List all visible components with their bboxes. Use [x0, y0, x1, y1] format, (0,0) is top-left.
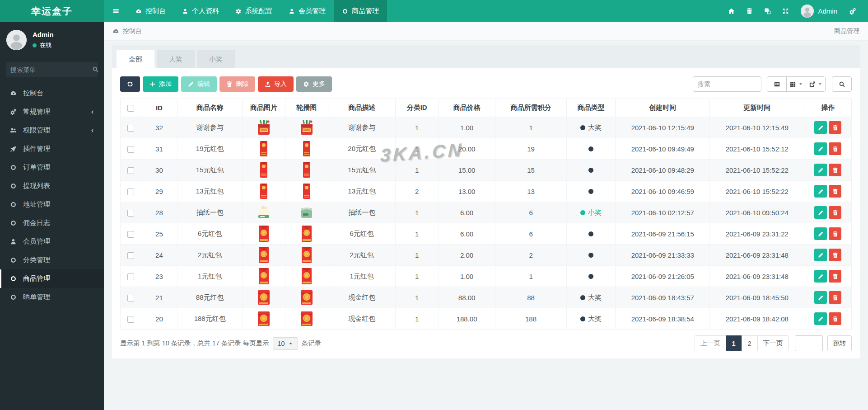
column-header-商品图片[interactable]: 商品图片 [243, 99, 285, 117]
row-checkbox[interactable] [127, 210, 134, 217]
row-delete-button[interactable] [829, 164, 841, 176]
sidebar-item-权限管理[interactable]: 权限管理 [0, 121, 104, 140]
sidebar-item-分类管理[interactable]: 分类管理 [0, 251, 104, 269]
product-thumbnail-packet[interactable] [298, 140, 316, 158]
row-edit-button[interactable] [814, 121, 827, 134]
product-thumbnail-coin[interactable] [298, 246, 316, 264]
delete-button[interactable]: 删除 [219, 76, 255, 92]
product-thumbnail-giftbox[interactable] [255, 118, 273, 137]
import-button[interactable]: 导入 [258, 76, 294, 92]
next-page-button[interactable]: 下一页 [757, 335, 789, 351]
row-edit-button[interactable] [814, 270, 827, 283]
row-delete-button[interactable] [829, 142, 841, 155]
row-edit-button[interactable] [814, 249, 827, 261]
user-menu[interactable]: Admin [794, 5, 844, 18]
column-header-更新时间[interactable]: 更新时间 [710, 99, 804, 117]
column-header-操作[interactable]: 操作 [804, 99, 852, 117]
row-checkbox[interactable] [127, 252, 134, 259]
detail-view-button[interactable] [767, 76, 787, 92]
product-thumbnail-coin[interactable] [255, 246, 273, 264]
app-logo[interactable]: 幸运盒子 [0, 0, 104, 22]
settings-button[interactable] [844, 0, 862, 22]
sidebar-item-会员管理[interactable]: 会员管理 [0, 232, 104, 251]
home-button[interactable] [722, 0, 740, 22]
column-header-ID[interactable]: ID [141, 99, 177, 117]
product-thumbnail-packet[interactable] [255, 140, 273, 158]
sidebar-item-晒单管理[interactable]: 晒单管理 [0, 288, 104, 306]
page-2-button[interactable]: 2 [742, 335, 758, 351]
navbar-item-系统配置[interactable]: 系统配置 [227, 0, 280, 22]
sidebar-item-常规管理[interactable]: 常规管理 [0, 103, 104, 121]
product-thumbnail-packet[interactable] [298, 161, 316, 179]
row-checkbox[interactable] [127, 295, 134, 302]
column-header-商品描述[interactable]: 商品描述 [328, 99, 396, 117]
product-thumbnail-coin[interactable] [298, 225, 316, 243]
row-checkbox[interactable] [127, 273, 134, 280]
product-thumbnail-coin[interactable] [298, 267, 316, 285]
product-thumbnail-packet[interactable] [255, 182, 273, 200]
row-delete-button[interactable] [829, 291, 841, 304]
more-button[interactable]: 更多 [296, 76, 332, 92]
tab-小奖[interactable]: 小奖 [197, 50, 235, 68]
navbar-item-控制台[interactable]: 控制台 [127, 0, 174, 22]
page-size-select[interactable]: 10 [273, 337, 298, 350]
column-header-商品名称[interactable]: 商品名称 [177, 99, 243, 117]
row-edit-button[interactable] [814, 142, 827, 155]
row-delete-button[interactable] [829, 185, 841, 198]
product-thumbnail-tissuebox[interactable] [298, 203, 316, 221]
row-edit-button[interactable] [814, 206, 827, 219]
select-all-checkbox[interactable] [127, 105, 134, 112]
sidebar-item-插件管理[interactable]: 插件管理 [0, 140, 104, 158]
row-checkbox[interactable] [127, 189, 134, 195]
table-search-input[interactable] [693, 76, 761, 92]
avatar[interactable] [6, 30, 27, 50]
jump-button[interactable]: 跳转 [827, 335, 852, 351]
sidebar-item-订单管理[interactable]: 订单管理 [0, 158, 104, 177]
row-edit-button[interactable] [814, 185, 827, 198]
jump-page-input[interactable] [795, 335, 823, 351]
breadcrumb[interactable]: 控制台 [112, 27, 142, 35]
column-header-商品价格[interactable]: 商品价格 [438, 99, 495, 117]
product-thumbnail-coin[interactable] [255, 225, 273, 243]
row-edit-button[interactable] [814, 291, 827, 304]
row-checkbox[interactable] [127, 125, 134, 132]
row-edit-button[interactable] [814, 227, 827, 240]
search-icon[interactable] [92, 66, 99, 73]
row-checkbox[interactable] [127, 231, 134, 238]
row-delete-button[interactable] [829, 227, 841, 240]
refresh-button[interactable] [120, 76, 140, 92]
row-checkbox[interactable] [127, 167, 134, 174]
sidebar-item-商品管理[interactable]: 商品管理 [0, 269, 104, 288]
sidebar-item-提现列表[interactable]: 提现列表 [0, 177, 104, 195]
product-thumbnail-packet[interactable] [298, 182, 316, 200]
row-checkbox[interactable] [127, 146, 134, 153]
sidebar-item-佣金日志[interactable]: 佣金日志 [0, 214, 104, 232]
navbar-item-商品管理[interactable]: 商品管理 [334, 0, 387, 22]
page-1-button[interactable]: 1 [726, 335, 742, 351]
row-delete-button[interactable] [829, 121, 841, 134]
row-edit-button[interactable] [814, 312, 827, 325]
product-thumbnail-packet[interactable] [255, 161, 273, 179]
navbar-item-会员管理[interactable]: 会员管理 [280, 0, 334, 22]
edit-button[interactable]: 编辑 [181, 76, 217, 92]
row-edit-button[interactable] [814, 164, 827, 176]
sidebar-item-地址管理[interactable]: 地址管理 [0, 195, 104, 214]
product-thumbnail-coin2[interactable] [255, 310, 273, 328]
product-thumbnail-coin2[interactable] [255, 288, 273, 306]
expand-button[interactable] [776, 0, 794, 22]
trash-button[interactable] [740, 0, 758, 22]
row-delete-button[interactable] [829, 249, 841, 261]
row-delete-button[interactable] [829, 312, 841, 325]
sidebar-item-控制台[interactable]: 控制台 [0, 84, 104, 103]
menu-search-input[interactable] [10, 66, 92, 73]
row-delete-button[interactable] [829, 206, 841, 219]
product-thumbnail-giftbox[interactable] [298, 118, 316, 137]
column-header-商品所需积分[interactable]: 商品所需积分 [495, 99, 566, 117]
column-header-分类ID[interactable]: 分类ID [396, 99, 439, 117]
columns-toggle-button[interactable] [786, 76, 806, 92]
prev-page-button[interactable]: 上一页 [695, 335, 726, 351]
navbar-item-个人资料[interactable]: 个人资料 [174, 0, 227, 22]
product-thumbnail-coin[interactable] [255, 267, 273, 285]
tab-大奖[interactable]: 大奖 [157, 50, 195, 68]
column-header-商品类型[interactable]: 商品类型 [566, 99, 616, 117]
